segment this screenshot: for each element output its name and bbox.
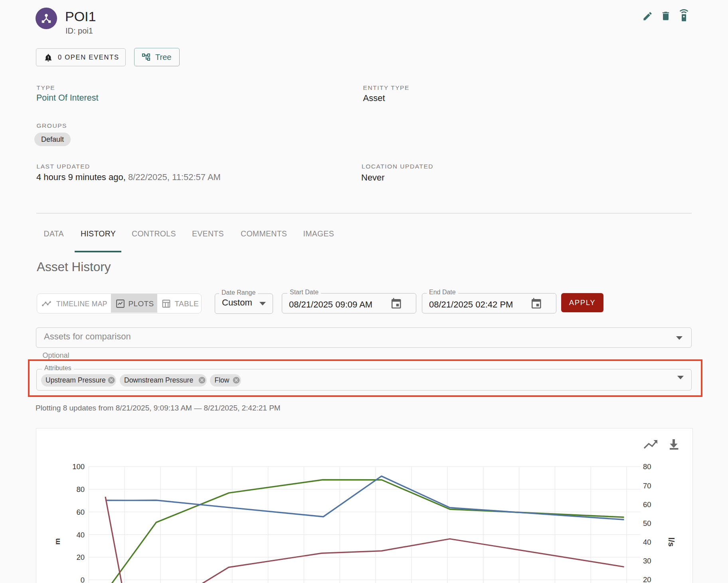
svg-text:60: 60 — [76, 508, 85, 516]
svg-text:20: 20 — [76, 553, 85, 561]
svg-text:m: m — [54, 538, 62, 545]
svg-text:80: 80 — [643, 462, 651, 471]
svg-text:100: 100 — [72, 462, 85, 471]
svg-text:60: 60 — [643, 500, 651, 509]
svg-text:80: 80 — [76, 485, 85, 494]
svg-text:0: 0 — [81, 576, 85, 583]
svg-text:20: 20 — [643, 575, 651, 583]
svg-text:40: 40 — [643, 538, 651, 546]
svg-text:50: 50 — [643, 519, 651, 527]
svg-text:30: 30 — [643, 557, 651, 565]
svg-text:70: 70 — [643, 482, 651, 490]
svg-text:40: 40 — [76, 531, 85, 539]
svg-text:l/s: l/s — [667, 537, 676, 547]
